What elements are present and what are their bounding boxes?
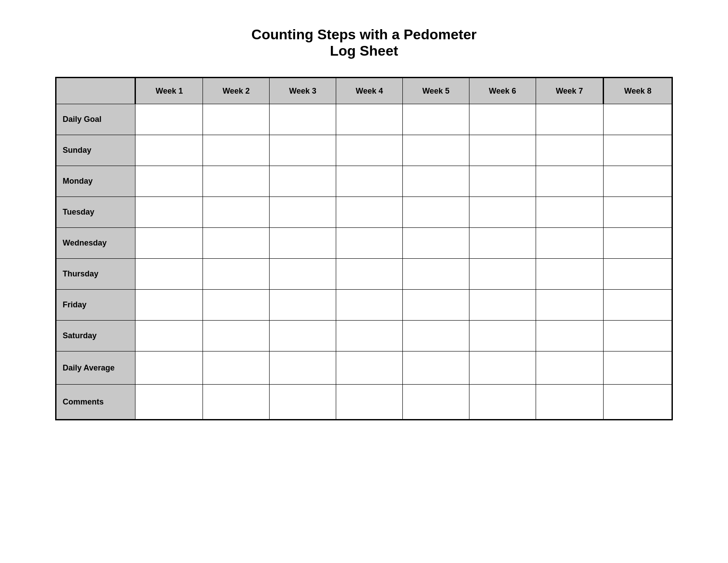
data-cell[interactable] — [270, 321, 336, 351]
data-cell[interactable] — [403, 197, 469, 228]
header-row: Week 1Week 2Week 3Week 4Week 5Week 6Week… — [56, 78, 672, 104]
data-cell[interactable] — [604, 385, 672, 420]
data-cell[interactable] — [336, 104, 403, 135]
data-cell[interactable] — [270, 104, 336, 135]
data-cell[interactable] — [270, 351, 336, 385]
data-cell[interactable] — [270, 290, 336, 321]
data-cell[interactable] — [469, 351, 536, 385]
title-block: Counting Steps with a Pedometer Log Shee… — [251, 26, 477, 59]
data-cell[interactable] — [336, 135, 403, 166]
data-cell[interactable] — [469, 197, 536, 228]
table-row: Comments — [56, 385, 672, 420]
data-cell[interactable] — [403, 104, 469, 135]
table-row: Daily Goal — [56, 104, 672, 135]
data-cell[interactable] — [336, 351, 403, 385]
data-cell[interactable] — [135, 321, 203, 351]
data-cell[interactable] — [469, 321, 536, 351]
data-cell[interactable] — [536, 104, 603, 135]
data-cell[interactable] — [336, 197, 403, 228]
data-cell[interactable] — [135, 385, 203, 420]
data-cell[interactable] — [135, 259, 203, 290]
header-empty-cell — [56, 78, 135, 104]
data-cell[interactable] — [336, 385, 403, 420]
data-cell[interactable] — [469, 290, 536, 321]
table-row: Wednesday — [56, 228, 672, 259]
data-cell[interactable] — [604, 197, 672, 228]
data-cell[interactable] — [336, 321, 403, 351]
data-cell[interactable] — [336, 259, 403, 290]
data-cell[interactable] — [403, 228, 469, 259]
data-cell[interactable] — [270, 135, 336, 166]
row-label: Comments — [56, 385, 135, 420]
data-cell[interactable] — [469, 166, 536, 197]
data-cell[interactable] — [536, 166, 603, 197]
data-cell[interactable] — [135, 166, 203, 197]
row-label: Thursday — [56, 259, 135, 290]
data-cell[interactable] — [336, 290, 403, 321]
data-cell[interactable] — [203, 197, 270, 228]
title-line2: Log Sheet — [251, 43, 477, 59]
data-cell[interactable] — [469, 259, 536, 290]
data-cell[interactable] — [135, 135, 203, 166]
data-cell[interactable] — [203, 135, 270, 166]
data-cell[interactable] — [469, 104, 536, 135]
data-cell[interactable] — [604, 228, 672, 259]
data-cell[interactable] — [270, 166, 336, 197]
data-cell[interactable] — [403, 135, 469, 166]
data-cell[interactable] — [536, 290, 603, 321]
data-cell[interactable] — [536, 135, 603, 166]
data-cell[interactable] — [203, 259, 270, 290]
header-week-cell: Week 8 — [604, 78, 672, 104]
header-week-cell: Week 1 — [135, 78, 203, 104]
data-cell[interactable] — [336, 166, 403, 197]
row-label: Friday — [56, 290, 135, 321]
data-cell[interactable] — [469, 228, 536, 259]
table-row: Sunday — [56, 135, 672, 166]
row-label: Sunday — [56, 135, 135, 166]
data-cell[interactable] — [403, 259, 469, 290]
data-cell[interactable] — [270, 197, 336, 228]
data-cell[interactable] — [469, 135, 536, 166]
data-cell[interactable] — [135, 197, 203, 228]
data-cell[interactable] — [203, 385, 270, 420]
data-cell[interactable] — [203, 321, 270, 351]
data-cell[interactable] — [203, 351, 270, 385]
data-cell[interactable] — [270, 259, 336, 290]
data-cell[interactable] — [203, 290, 270, 321]
data-cell[interactable] — [403, 321, 469, 351]
data-cell[interactable] — [135, 228, 203, 259]
data-cell[interactable] — [604, 351, 672, 385]
data-cell[interactable] — [604, 135, 672, 166]
data-cell[interactable] — [604, 166, 672, 197]
data-cell[interactable] — [135, 104, 203, 135]
data-cell[interactable] — [604, 104, 672, 135]
data-cell[interactable] — [135, 351, 203, 385]
data-cell[interactable] — [536, 351, 603, 385]
data-cell[interactable] — [270, 385, 336, 420]
data-cell[interactable] — [536, 259, 603, 290]
log-table: Week 1Week 2Week 3Week 4Week 5Week 6Week… — [55, 77, 673, 420]
data-cell[interactable] — [403, 385, 469, 420]
header-week-cell: Week 3 — [270, 78, 336, 104]
row-label: Tuesday — [56, 197, 135, 228]
data-cell[interactable] — [604, 290, 672, 321]
data-cell[interactable] — [536, 228, 603, 259]
row-label: Daily Goal — [56, 104, 135, 135]
row-label: Monday — [56, 166, 135, 197]
data-cell[interactable] — [203, 166, 270, 197]
data-cell[interactable] — [536, 321, 603, 351]
data-cell[interactable] — [536, 385, 603, 420]
data-cell[interactable] — [203, 228, 270, 259]
data-cell[interactable] — [604, 321, 672, 351]
data-cell[interactable] — [336, 228, 403, 259]
data-cell[interactable] — [604, 259, 672, 290]
data-cell[interactable] — [403, 290, 469, 321]
data-cell[interactable] — [469, 385, 536, 420]
data-cell[interactable] — [270, 228, 336, 259]
data-cell[interactable] — [403, 351, 469, 385]
data-cell[interactable] — [536, 197, 603, 228]
data-cell[interactable] — [203, 104, 270, 135]
table-row: Tuesday — [56, 197, 672, 228]
data-cell[interactable] — [403, 166, 469, 197]
data-cell[interactable] — [135, 290, 203, 321]
